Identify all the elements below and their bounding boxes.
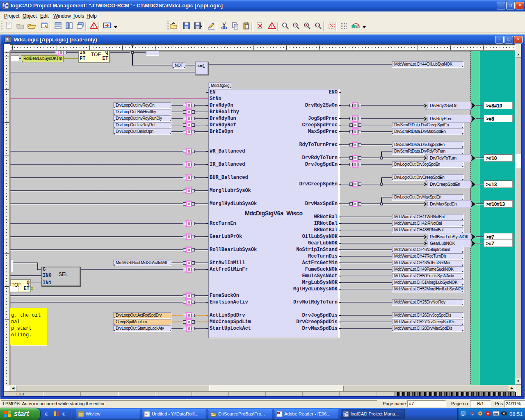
- svg-text:V: V: [487, 412, 489, 415]
- svg-text:xml: xml: [493, 412, 498, 415]
- svg-text:S: S: [294, 23, 297, 27]
